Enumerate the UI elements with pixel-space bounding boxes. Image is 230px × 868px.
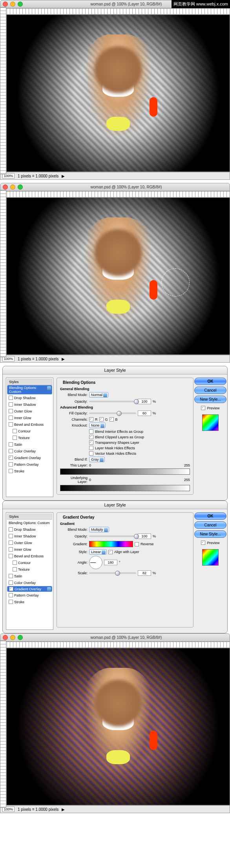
gradient-picker[interactable] xyxy=(89,541,133,547)
style-checkbox[interactable] xyxy=(9,402,13,407)
opacity-input[interactable]: 100 xyxy=(138,399,151,404)
style-checkbox[interactable] xyxy=(9,534,13,538)
style-item[interactable]: Color Overlay xyxy=(7,448,52,454)
zoom-icon[interactable] xyxy=(18,635,23,640)
opacity-input[interactable]: 100 xyxy=(138,533,151,539)
minimize-icon[interactable] xyxy=(10,184,15,190)
style-item[interactable]: Pattern Overlay xyxy=(7,592,52,599)
style-checkbox[interactable] xyxy=(13,436,17,440)
new-style-button[interactable]: New Style... xyxy=(194,396,226,403)
reverse-checkbox[interactable] xyxy=(135,542,139,546)
style-checkbox[interactable] xyxy=(9,442,13,447)
style-checkbox[interactable] xyxy=(9,600,13,604)
option-checkbox[interactable] xyxy=(89,451,93,456)
minimize-icon[interactable] xyxy=(10,2,15,7)
titlebar[interactable]: woman.psd @ 100% (Layer 10, RGB/8#) xyxy=(0,633,230,642)
angle-dial[interactable] xyxy=(89,556,102,569)
style-checkbox[interactable] xyxy=(9,469,13,473)
option-checkbox[interactable] xyxy=(89,446,93,450)
style-item[interactable]: Gradient Overlay xyxy=(7,586,52,592)
channel-g-checkbox[interactable] xyxy=(99,417,104,421)
ruler-vertical[interactable] xyxy=(0,640,6,808)
knockout-select[interactable]: None xyxy=(89,423,106,428)
style-checkbox[interactable] xyxy=(9,416,13,420)
blendif-select[interactable]: Gray xyxy=(89,457,105,462)
style-item[interactable]: Inner Glow xyxy=(7,546,52,553)
style-item[interactable]: Drop Shadow xyxy=(7,526,52,533)
style-checkbox[interactable] xyxy=(13,561,17,565)
scale-input[interactable]: 82 xyxy=(138,570,151,576)
styles-list[interactable]: Styles Blending Options: CustomDrop Shad… xyxy=(6,512,53,630)
style-checkbox[interactable] xyxy=(9,587,13,591)
chevron-right-icon[interactable]: ▶ xyxy=(62,174,65,178)
ruler-vertical[interactable] xyxy=(0,7,6,174)
canvas[interactable] xyxy=(6,648,230,805)
style-checkbox[interactable] xyxy=(9,593,13,597)
style-item[interactable]: Outer Glow xyxy=(7,408,52,414)
opacity-slider[interactable] xyxy=(89,401,136,402)
style-item[interactable]: Inner Shadow xyxy=(7,533,52,539)
underlying-layer-gradient[interactable] xyxy=(60,485,190,491)
fill-opacity-slider[interactable] xyxy=(89,412,136,414)
chevron-right-icon[interactable]: ▶ xyxy=(62,807,65,812)
style-item[interactable]: Blending Options: Custom xyxy=(7,520,52,526)
style-checkbox[interactable] xyxy=(13,567,17,571)
style-item[interactable]: Satin xyxy=(7,441,52,448)
preview-checkbox[interactable] xyxy=(201,406,205,410)
option-checkbox[interactable] xyxy=(89,440,93,445)
style-item[interactable]: Drop Shadow xyxy=(7,394,52,401)
style-item[interactable]: Satin xyxy=(7,573,52,579)
align-checkbox[interactable] xyxy=(108,550,113,554)
style-item[interactable]: Bevel and Emboss xyxy=(7,553,52,559)
channel-b-checkbox[interactable] xyxy=(110,417,114,421)
ruler-horizontal[interactable] xyxy=(0,191,230,197)
style-checkbox[interactable] xyxy=(9,554,13,558)
style-checkbox[interactable] xyxy=(9,422,13,427)
new-style-button[interactable]: New Style... xyxy=(194,530,226,538)
style-item[interactable]: Bevel and Emboss xyxy=(7,421,52,428)
style-item[interactable]: Color Overlay xyxy=(7,579,52,586)
style-item[interactable]: Stroke xyxy=(7,468,52,474)
style-item[interactable]: Texture xyxy=(7,434,52,441)
angle-input[interactable]: 180 xyxy=(104,560,117,565)
style-checkbox[interactable] xyxy=(9,462,13,467)
channel-r-checkbox[interactable] xyxy=(89,417,93,421)
style-item[interactable]: Pattern Overlay xyxy=(7,461,52,468)
titlebar[interactable]: woman.psd @ 100% (Layer 10, RGB/8#) xyxy=(0,183,230,191)
style-checkbox[interactable] xyxy=(9,456,13,460)
opacity-slider[interactable] xyxy=(89,535,136,537)
cancel-button[interactable]: Cancel xyxy=(194,387,226,394)
style-item[interactable]: Contour xyxy=(7,428,52,434)
blend-mode-select[interactable]: Multiply xyxy=(89,527,109,532)
minimize-icon[interactable] xyxy=(10,635,15,640)
style-checkbox[interactable] xyxy=(13,429,17,433)
preview-checkbox[interactable] xyxy=(201,541,205,545)
style-checkbox[interactable] xyxy=(9,574,13,578)
close-icon[interactable] xyxy=(3,184,8,190)
zoom-icon[interactable] xyxy=(18,184,23,190)
styles-list[interactable]: Styles Blending Options: CustomDrop Shad… xyxy=(6,378,53,497)
close-icon[interactable] xyxy=(3,635,8,640)
style-item[interactable]: Stroke xyxy=(7,599,52,605)
style-select[interactable]: Linear xyxy=(89,549,107,555)
selection-marquee[interactable] xyxy=(161,268,190,297)
style-checkbox[interactable] xyxy=(9,527,13,532)
style-item[interactable]: Inner Glow xyxy=(7,414,52,421)
ruler-horizontal[interactable] xyxy=(0,8,230,14)
style-item[interactable]: Gradient Overlay xyxy=(7,454,52,461)
close-icon[interactable] xyxy=(3,2,8,7)
scale-slider[interactable] xyxy=(89,572,136,574)
style-checkbox[interactable] xyxy=(9,396,13,400)
canvas[interactable] xyxy=(6,14,230,172)
canvas[interactable] xyxy=(6,197,230,355)
zoom-icon[interactable] xyxy=(18,2,23,7)
ruler-vertical[interactable] xyxy=(0,190,6,357)
ruler-horizontal[interactable] xyxy=(0,642,230,648)
this-layer-gradient[interactable] xyxy=(60,468,190,475)
style-item[interactable]: Contour xyxy=(7,559,52,566)
style-checkbox[interactable] xyxy=(9,409,13,413)
cancel-button[interactable]: Cancel xyxy=(194,521,226,529)
style-checkbox[interactable] xyxy=(9,541,13,545)
style-checkbox[interactable] xyxy=(9,449,13,453)
ok-button[interactable]: OK xyxy=(194,378,226,385)
